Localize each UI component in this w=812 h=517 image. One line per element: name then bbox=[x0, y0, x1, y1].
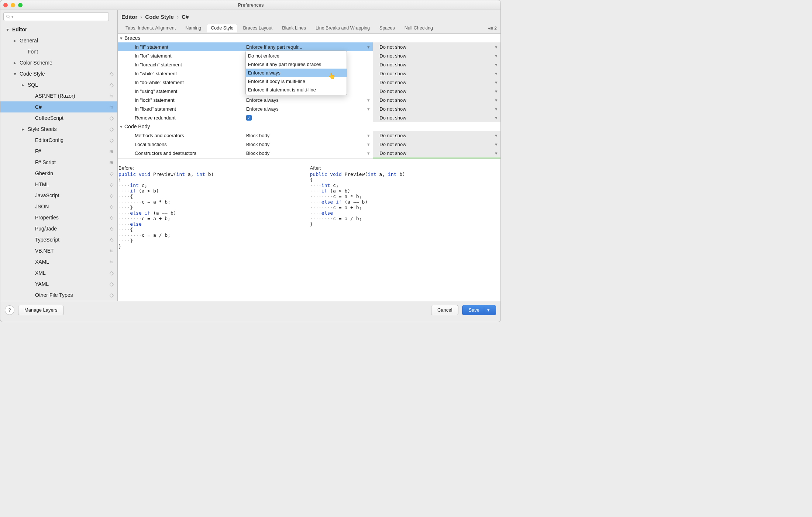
dropdown-option[interactable]: Enforce if any part requires braces bbox=[246, 60, 347, 69]
severity-dropdown[interactable]: Do not show▾ bbox=[373, 60, 500, 69]
sidebar-item-html[interactable]: HTML◇ bbox=[0, 179, 117, 190]
layers-icon: ≋ bbox=[109, 104, 114, 110]
sidebar-item-general[interactable]: ▸General bbox=[0, 35, 117, 46]
setting-row[interactable]: Local functionsBlock body▾Do not show▾ bbox=[118, 140, 500, 149]
enforcement-dropdown[interactable]: Expression body▾ bbox=[245, 157, 373, 159]
tree-label: TypeScript bbox=[35, 237, 59, 243]
severity-value: Do not show bbox=[379, 89, 406, 94]
sidebar-item-font[interactable]: Font bbox=[0, 46, 117, 57]
tree-root-editor[interactable]: ▾ Editor bbox=[0, 24, 117, 35]
enforcement-dropdown[interactable]: Enforce always▾ bbox=[245, 104, 373, 113]
layers-icon: ≋ bbox=[109, 259, 114, 265]
tab-tabs-indents-alignment[interactable]: Tabs, Indents, Alignment bbox=[121, 24, 180, 32]
sidebar-item-vb-net[interactable]: VB.NET≋ bbox=[0, 245, 117, 256]
tab-code-style[interactable]: Code Style bbox=[207, 24, 237, 32]
layer-indicator[interactable]: ▾≡ 2 bbox=[488, 26, 500, 31]
sidebar-item-c-[interactable]: C#≋ bbox=[0, 101, 117, 112]
severity-value: Suggestion bbox=[379, 157, 403, 159]
close-window-button[interactable] bbox=[3, 3, 8, 7]
dropdown-option[interactable]: Enforce if body is multi-line bbox=[246, 77, 347, 86]
sidebar-item-color-scheme[interactable]: ▸Color Scheme bbox=[0, 57, 117, 68]
cancel-button[interactable]: Cancel bbox=[431, 305, 458, 315]
sidebar-item-code-style[interactable]: ▾Code Style◇ bbox=[0, 68, 117, 79]
tab-null-checking[interactable]: Null Checking bbox=[400, 24, 437, 32]
minimize-window-button[interactable] bbox=[11, 3, 15, 7]
crumb[interactable]: Editor bbox=[121, 14, 137, 20]
tab-braces-layout[interactable]: Braces Layout bbox=[239, 24, 276, 32]
setting-label: Remove redundant bbox=[118, 113, 245, 122]
severity-dropdown[interactable]: Do not show▾ bbox=[373, 104, 500, 113]
settings-list[interactable]: ▾BracesIn "if" statementEnforce if any p… bbox=[118, 34, 500, 159]
severity-dropdown[interactable]: Do not show▾ bbox=[373, 113, 500, 122]
sidebar-item-xaml[interactable]: XAML≋ bbox=[0, 256, 117, 267]
enforcement-dropdown[interactable]: Block body▾ bbox=[245, 140, 373, 149]
severity-dropdown[interactable]: Do not show▾ bbox=[373, 51, 500, 60]
settings-tree: ▾ Editor ▸GeneralFont▸Color Scheme▾Code … bbox=[0, 23, 117, 301]
severity-dropdown[interactable]: Do not show▾ bbox=[373, 87, 500, 96]
tab-line-breaks-and-wrapping[interactable]: Line Breaks and Wrapping bbox=[312, 24, 374, 32]
setting-label: In "for" statement bbox=[118, 51, 245, 60]
sidebar-item-other-file-types[interactable]: Other File Types◇ bbox=[0, 289, 117, 301]
severity-dropdown[interactable]: Do not show▾ bbox=[373, 42, 500, 51]
tree-label: Code Style bbox=[20, 71, 45, 77]
sidebar-item-gherkin[interactable]: Gherkin◇ bbox=[0, 168, 117, 179]
sidebar-item-f-[interactable]: F#≋ bbox=[0, 146, 117, 157]
layers-icon: ≋ bbox=[109, 159, 114, 165]
enforcement-dropdown[interactable]: Enforce if any part requir...▾ bbox=[245, 42, 373, 51]
group-label[interactable]: Code Body bbox=[124, 124, 150, 129]
chevron-down-icon[interactable]: ▾ bbox=[484, 307, 490, 313]
setting-row[interactable]: In "if" statementEnforce if any part req… bbox=[118, 42, 500, 51]
search-input[interactable]: ▾ bbox=[3, 12, 109, 21]
enforcement-dropdown[interactable]: Enforce always▾ bbox=[245, 96, 373, 104]
setting-row[interactable]: Methods and operatorsBlock body▾Do not s… bbox=[118, 131, 500, 140]
tree-label: Editor bbox=[12, 27, 27, 32]
tree-label: CoffeeScript bbox=[35, 115, 63, 121]
setting-row[interactable]: Constructors and destructorsBlock body▾D… bbox=[118, 149, 500, 157]
tab-naming[interactable]: Naming bbox=[181, 24, 205, 32]
sidebar-item-style-sheets[interactable]: ▸Style Sheets◇ bbox=[0, 124, 117, 135]
setting-row[interactable]: Remove redundant✓Do not show▾ bbox=[118, 113, 500, 122]
severity-dropdown[interactable]: Suggestion▾ bbox=[373, 157, 500, 159]
sidebar-item-xml[interactable]: XML◇ bbox=[0, 267, 117, 278]
sidebar-item-coffeescript[interactable]: CoffeeScript◇ bbox=[0, 112, 117, 124]
sidebar-item-properties[interactable]: Properties◇ bbox=[0, 212, 117, 223]
group-label[interactable]: Braces bbox=[124, 35, 141, 41]
severity-dropdown[interactable]: Do not show▾ bbox=[373, 131, 500, 140]
maximize-window-button[interactable] bbox=[18, 3, 23, 7]
setting-row[interactable]: In "fixed" statementEnforce always▾Do no… bbox=[118, 104, 500, 113]
setting-label: In "using" statement bbox=[118, 87, 245, 96]
save-label: Save bbox=[468, 307, 479, 313]
setting-row[interactable]: In "lock" statementEnforce always▾Do not… bbox=[118, 96, 500, 104]
save-button[interactable]: Save ▾ bbox=[462, 305, 496, 315]
sidebar-item-sql[interactable]: ▸SQL◇ bbox=[0, 79, 117, 90]
dropdown-option[interactable]: Enforce always bbox=[246, 69, 347, 77]
sidebar-item-yaml[interactable]: YAML◇ bbox=[0, 278, 117, 289]
enforcement-dropdown[interactable]: Block body▾ bbox=[245, 149, 373, 157]
dropdown-option[interactable]: Do not enforce bbox=[246, 52, 347, 60]
severity-dropdown[interactable]: Do not show▾ bbox=[373, 69, 500, 78]
dropdown-option[interactable]: Enforce if statement is multi-line bbox=[246, 86, 347, 94]
severity-dropdown[interactable]: Do not show▾ bbox=[373, 149, 500, 157]
help-button[interactable]: ? bbox=[5, 305, 14, 315]
setting-row[interactable]: Properties, indexers and eventsExpressio… bbox=[118, 157, 500, 159]
crumb[interactable]: C# bbox=[182, 14, 189, 20]
chevron-down-icon: ▾ bbox=[495, 97, 498, 103]
severity-dropdown[interactable]: Do not show▾ bbox=[373, 96, 500, 104]
sidebar-item-json[interactable]: JSON◇ bbox=[0, 201, 117, 212]
tree-label: JSON bbox=[35, 204, 49, 209]
layer-icon: ◇ bbox=[110, 226, 114, 232]
sidebar-item-asp-net-razor-[interactable]: ASP.NET (Razor)≋ bbox=[0, 90, 117, 101]
crumb[interactable]: Code Style bbox=[145, 14, 174, 20]
sidebar-item-javascript[interactable]: JavaScript◇ bbox=[0, 190, 117, 201]
severity-dropdown[interactable]: Do not show▾ bbox=[373, 140, 500, 149]
sidebar-item-pug-jade[interactable]: Pug/Jade◇ bbox=[0, 223, 117, 234]
sidebar-item-typescript[interactable]: TypeScript◇ bbox=[0, 234, 117, 245]
tab-blank-lines[interactable]: Blank Lines bbox=[278, 24, 310, 32]
sidebar-item-f-script[interactable]: F# Script≋ bbox=[0, 157, 117, 168]
manage-layers-button[interactable]: Manage Layers bbox=[18, 305, 64, 315]
checkbox[interactable]: ✓ bbox=[246, 115, 252, 121]
severity-dropdown[interactable]: Do not show▾ bbox=[373, 78, 500, 87]
sidebar-item-editorconfig[interactable]: EditorConfig◇ bbox=[0, 135, 117, 146]
tab-spaces[interactable]: Spaces bbox=[375, 24, 399, 32]
enforcement-dropdown[interactable]: Block body▾ bbox=[245, 131, 373, 140]
